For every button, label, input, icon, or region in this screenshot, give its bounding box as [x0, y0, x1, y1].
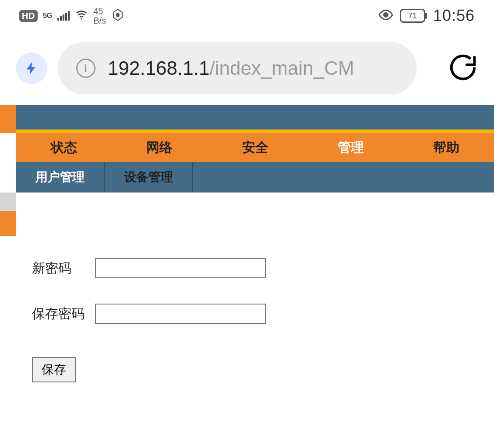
signal-5g-icon: 5G	[43, 12, 52, 19]
lightning-icon[interactable]	[16, 52, 47, 84]
browser-toolbar: i 192.168.1.1/index_main_CM	[0, 32, 494, 105]
router-admin-page: 状态 网络 安全 管理 帮助 用户管理 设备管理 新密码 保存密码 保存	[0, 105, 494, 382]
new-password-input[interactable]	[95, 258, 266, 278]
save-button[interactable]: 保存	[32, 357, 76, 382]
svg-point-0	[81, 18, 82, 19]
sub-nav: 用户管理 设备管理	[16, 162, 494, 192]
hand-block-icon	[111, 8, 124, 23]
status-left: HD 5G 45 B/s	[19, 6, 124, 25]
wifi-icon	[75, 8, 88, 23]
url-bar[interactable]: i 192.168.1.1/index_main_CM	[58, 42, 417, 94]
tab-status[interactable]: 状态	[16, 133, 112, 162]
url-text: 192.168.1.1/index_main_CM	[108, 57, 354, 79]
tab-security[interactable]: 安全	[207, 133, 303, 162]
header-band	[16, 105, 494, 130]
clock: 10:56	[433, 7, 475, 25]
reload-button[interactable]	[448, 52, 478, 84]
side-column	[0, 192, 16, 236]
tab-network[interactable]: 网络	[112, 133, 207, 162]
hd-badge: HD	[19, 10, 38, 22]
confirm-password-input[interactable]	[95, 304, 266, 324]
side-accent	[0, 105, 16, 133]
subtab-user-mgmt[interactable]: 用户管理	[16, 162, 105, 192]
main-nav: 状态 网络 安全 管理 帮助	[16, 133, 494, 162]
new-password-label: 新密码	[32, 259, 85, 277]
network-speed: 45 B/s	[93, 6, 106, 25]
password-form: 新密码 保存密码 保存	[16, 192, 494, 382]
signal-bars-icon	[57, 12, 70, 21]
svg-point-2	[384, 13, 388, 17]
eye-icon	[378, 7, 394, 24]
accent-line	[16, 130, 494, 133]
tab-management[interactable]: 管理	[303, 133, 399, 162]
site-info-icon[interactable]: i	[76, 59, 95, 78]
confirm-password-label: 保存密码	[32, 305, 85, 323]
battery-indicator: 71	[400, 9, 427, 23]
subtab-device-mgmt[interactable]: 设备管理	[105, 162, 193, 192]
tab-help[interactable]: 帮助	[399, 133, 494, 162]
device-status-bar: HD 5G 45 B/s 71 10:56	[0, 0, 494, 32]
status-right: 71 10:56	[378, 7, 475, 25]
